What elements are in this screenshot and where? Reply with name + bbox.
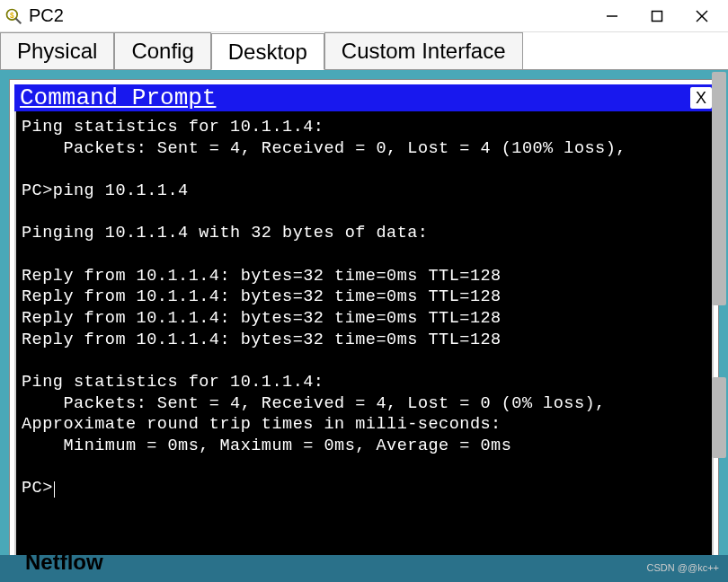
tab-physical[interactable]: Physical	[0, 32, 114, 69]
command-prompt-title: Command Prompt	[20, 84, 216, 111]
minimize-button[interactable]	[590, 1, 635, 31]
watermark: CSDN @@kc++	[647, 557, 719, 578]
tab-config[interactable]: Config	[114, 32, 210, 69]
tab-custom-interface[interactable]: Custom Interface	[324, 32, 523, 69]
content-area: Command Prompt X Ping statistics for 10.…	[0, 70, 728, 582]
svg-text:$: $	[10, 10, 14, 19]
command-prompt-close-button[interactable]: X	[690, 87, 712, 109]
command-prompt-titlebar: Command Prompt X	[14, 84, 714, 111]
svg-line-2	[16, 18, 22, 23]
scrollbar-thumb[interactable]	[712, 377, 726, 458]
tabbar: Physical Config Desktop Custom Interface	[0, 32, 728, 70]
close-button[interactable]	[679, 1, 724, 31]
app-window: $ PC2 Physical Config Desktop Custom Int…	[0, 0, 728, 582]
window-controls	[590, 1, 724, 31]
svg-rect-4	[653, 11, 662, 21]
cursor-icon	[54, 481, 55, 498]
bottom-strip: Netflow CSDN @@kc++	[0, 555, 728, 582]
command-prompt-window: Command Prompt X Ping statistics for 10.…	[9, 79, 719, 573]
scrollbar-thumb[interactable]	[712, 72, 726, 305]
bottom-strip-label: Netflow	[25, 555, 103, 574]
maximize-button[interactable]	[635, 1, 679, 31]
window-title: PC2	[29, 5, 590, 26]
terminal-output[interactable]: Ping statistics for 10.1.1.4: Packets: S…	[14, 111, 714, 568]
app-icon: $	[4, 6, 23, 26]
titlebar: $ PC2	[0, 0, 728, 32]
tab-desktop[interactable]: Desktop	[211, 33, 324, 70]
